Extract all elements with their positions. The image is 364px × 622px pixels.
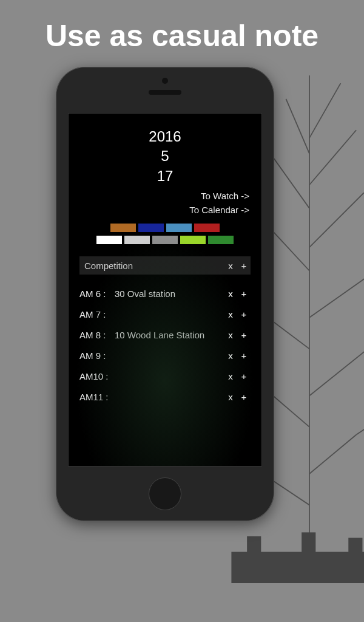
slot-add-button[interactable]: +: [237, 350, 251, 361]
time-slot-1: AM 7 :x+: [79, 305, 251, 323]
slot-add-button[interactable]: +: [237, 392, 251, 402]
slot-clear-button[interactable]: x: [224, 330, 237, 340]
slot-time: AM 6 :: [79, 289, 115, 299]
color-palette: [75, 224, 255, 244]
slot-add-button[interactable]: +: [237, 330, 251, 340]
slot-time: AM 7 :: [79, 309, 115, 320]
slot-time: AM10 :: [79, 371, 115, 381]
color-swatch-5[interactable]: [124, 236, 150, 244]
color-swatch-2[interactable]: [166, 224, 192, 232]
color-swatch-0[interactable]: [110, 224, 136, 232]
svg-rect-1: [247, 536, 261, 556]
slot-add-button[interactable]: +: [237, 371, 251, 381]
app-screen: 2016 5 17 To Watch -> To Calendar -> Com…: [68, 113, 262, 466]
time-slot-3: AM 9 :x+: [79, 346, 251, 364]
note-clear-button[interactable]: x: [224, 261, 237, 271]
time-slot-4: AM10 :x+: [79, 367, 251, 385]
color-swatch-3[interactable]: [194, 224, 220, 232]
home-button[interactable]: [149, 477, 181, 510]
day-value: 17: [75, 166, 255, 186]
note-title-input[interactable]: Competition: [79, 261, 224, 271]
color-swatch-8[interactable]: [208, 236, 234, 244]
svg-rect-0: [231, 552, 364, 583]
month-value: 5: [75, 146, 255, 166]
time-slot-5: AM11 :x+: [79, 388, 251, 406]
to-watch-link[interactable]: To Watch ->: [75, 191, 249, 201]
slot-clear-button[interactable]: x: [224, 371, 237, 381]
slot-add-button[interactable]: +: [237, 309, 251, 320]
color-swatch-4[interactable]: [96, 236, 122, 244]
time-slot-2: AM 8 : 10 Wood Lane Stationx+: [79, 326, 251, 344]
svg-rect-2: [302, 532, 315, 556]
color-swatch-6[interactable]: [152, 236, 178, 244]
note-add-button[interactable]: +: [237, 261, 251, 271]
slot-clear-button[interactable]: x: [224, 309, 237, 320]
note-title-row: Competition x +: [79, 256, 251, 275]
svg-rect-3: [348, 538, 362, 556]
promo-headline: Use as casual note: [0, 18, 364, 53]
date-display: 2016 5 17: [75, 127, 255, 186]
slot-time: AM 9 :: [79, 350, 115, 361]
slot-time: AM 8 :: [79, 330, 115, 340]
slot-clear-button[interactable]: x: [224, 289, 237, 299]
slot-time: AM11 :: [79, 392, 115, 402]
time-slots: AM 6 : 30 Oval stationx+AM 7 :x+AM 8 : 1…: [79, 284, 251, 406]
phone-frame: 2016 5 17 To Watch -> To Calendar -> Com…: [56, 67, 274, 521]
slot-clear-button[interactable]: x: [224, 350, 237, 361]
slot-clear-button[interactable]: x: [224, 392, 237, 402]
year-value: 2016: [75, 127, 255, 146]
color-swatch-1[interactable]: [138, 224, 164, 232]
to-calendar-link[interactable]: To Calendar ->: [75, 205, 249, 215]
color-swatch-7[interactable]: [180, 236, 206, 244]
time-slot-0: AM 6 : 30 Oval stationx+: [79, 284, 251, 302]
slot-value-input[interactable]: 10 Wood Lane Station: [115, 330, 224, 340]
slot-add-button[interactable]: +: [237, 289, 251, 299]
slot-value-input[interactable]: 30 Oval station: [115, 289, 224, 299]
